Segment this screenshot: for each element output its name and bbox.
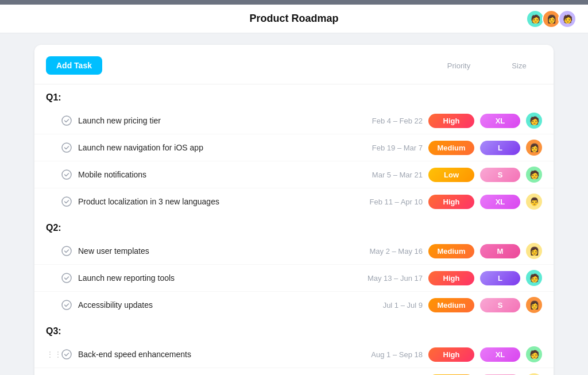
priority-badge[interactable]: High [428, 271, 474, 285]
task-name: New user templates [78, 246, 342, 256]
check-icon[interactable] [61, 349, 72, 360]
section-header-q3: Q3: [34, 318, 554, 341]
avatar: 👩 [526, 140, 542, 156]
task-name: Back-end speed enhancements [78, 350, 342, 359]
task-date: Feb 4 – Feb 22 [348, 117, 423, 125]
size-badge[interactable]: L [480, 141, 520, 155]
avatar: 🧑 [526, 270, 542, 286]
check-icon[interactable] [61, 142, 72, 153]
avatar: 👩 [526, 297, 542, 313]
svg-point-0 [62, 116, 71, 125]
avatar: 🧑 [526, 113, 542, 129]
check-icon[interactable] [61, 169, 72, 180]
task-name: Accessibility updates [78, 300, 342, 310]
section-q2: Q2:New user templatesMay 2 – May 16Mediu… [34, 215, 554, 318]
toolbar: Add Task Priority Size [34, 56, 554, 84]
roadmap-card: Add Task Priority Size Q1:Launch new pri… [34, 45, 554, 375]
add-task-button[interactable]: Add Task [46, 56, 102, 75]
table-row[interactable]: Custom reportingSep 9 – Sep 13LowS👩 [34, 368, 554, 375]
priority-badge[interactable]: Low [428, 168, 474, 182]
table-row[interactable]: Accessibility updatesJul 1 – Jul 9Medium… [34, 292, 554, 318]
task-date: Mar 5 – Mar 21 [348, 171, 423, 179]
header-avatars: 🧑 👩 🧑 [526, 10, 577, 28]
table-row[interactable]: Mobile notificationsMar 5 – Mar 21LowS🧑 [34, 161, 554, 188]
svg-point-2 [62, 170, 71, 179]
sections-container: Q1:Launch new pricing tierFeb 4 – Feb 22… [34, 84, 554, 375]
svg-point-3 [62, 197, 71, 206]
task-name: Product localization in 3 new languages [78, 197, 342, 206]
check-icon[interactable] [61, 245, 72, 257]
task-date: May 13 – Jun 17 [348, 274, 423, 283]
svg-point-1 [62, 143, 71, 152]
task-date: Feb 11 – Apr 10 [348, 198, 423, 206]
svg-point-7 [62, 350, 71, 359]
table-row[interactable]: Product localization in 3 new languagesF… [34, 188, 554, 215]
task-name: Launch new navigation for iOS app [78, 143, 342, 152]
task-date: Aug 1 – Sep 18 [348, 350, 423, 359]
check-icon[interactable] [61, 272, 72, 284]
task-name: Mobile notifications [78, 170, 342, 179]
check-icon[interactable] [61, 196, 72, 207]
priority-badge[interactable]: High [428, 347, 474, 362]
table-row[interactable]: Launch new navigation for iOS appFeb 19 … [34, 134, 554, 161]
section-q1: Q1:Launch new pricing tierFeb 4 – Feb 22… [34, 84, 554, 215]
top-bar [0, 0, 588, 5]
check-icon[interactable] [61, 115, 72, 126]
task-name: Launch new pricing tier [78, 116, 342, 125]
avatar: 🧑 [526, 167, 542, 183]
table-row[interactable]: Launch new reporting toolsMay 13 – Jun 1… [34, 265, 554, 292]
avatar: 👨 [526, 194, 542, 210]
size-badge[interactable]: M [480, 244, 520, 258]
section-q3: Q3:⋮⋮Back-end speed enhancementsAug 1 – … [34, 318, 554, 375]
check-icon[interactable] [61, 299, 72, 311]
priority-badge[interactable]: Medium [428, 298, 474, 312]
avatar: 🧑 [526, 346, 542, 362]
priority-badge[interactable]: Medium [428, 244, 474, 258]
header: Product Roadmap 🧑 👩 🧑 [0, 5, 588, 33]
size-badge[interactable]: XL [480, 347, 520, 362]
size-badge[interactable]: S [480, 168, 520, 182]
size-badge[interactable]: L [480, 271, 520, 285]
priority-header: Priority [433, 61, 485, 70]
task-date: Feb 19 – Mar 7 [348, 144, 423, 152]
priority-badge[interactable]: High [428, 195, 474, 209]
svg-point-6 [62, 300, 71, 310]
table-row[interactable]: Launch new pricing tierFeb 4 – Feb 22Hig… [34, 107, 554, 134]
column-headers: Priority Size [433, 61, 542, 70]
priority-badge[interactable]: Medium [428, 141, 474, 155]
table-row[interactable]: ⋮⋮Back-end speed enhancementsAug 1 – Sep… [34, 341, 554, 368]
priority-badge[interactable]: High [428, 114, 474, 128]
avatar-3: 🧑 [558, 10, 577, 28]
avatar: 👩 [526, 243, 542, 259]
size-badge[interactable]: XL [480, 114, 520, 128]
svg-point-5 [62, 273, 71, 283]
section-header-q2: Q2: [34, 215, 554, 238]
size-header: Size [496, 61, 542, 70]
size-badge[interactable]: S [480, 298, 520, 312]
task-date: Jul 1 – Jul 9 [348, 301, 423, 310]
size-badge[interactable]: XL [480, 195, 520, 209]
table-row[interactable]: New user templatesMay 2 – May 16MediumM👩 [34, 238, 554, 265]
task-name: Launch new reporting tools [78, 273, 342, 283]
page-title: Product Roadmap [249, 13, 338, 25]
task-date: May 2 – May 16 [348, 247, 423, 256]
section-header-q1: Q1: [34, 84, 554, 107]
drag-handle-icon[interactable]: ⋮⋮ [46, 350, 55, 359]
svg-point-4 [62, 246, 71, 256]
main-content: Add Task Priority Size Q1:Launch new pri… [0, 33, 588, 375]
